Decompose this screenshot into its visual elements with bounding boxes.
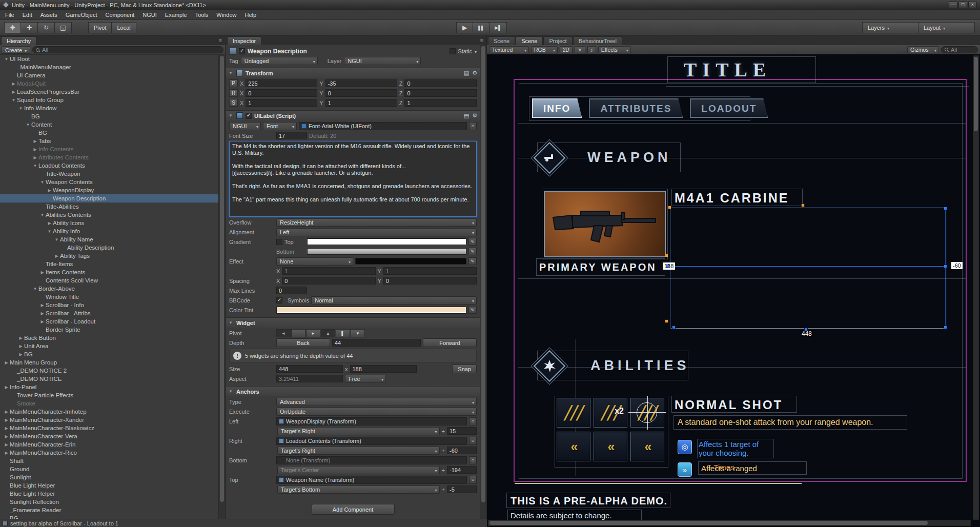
pivot-align-button[interactable]: ▲	[321, 329, 335, 337]
x-field[interactable]: 1	[246, 99, 317, 107]
scene-search-input[interactable]: All	[941, 46, 978, 53]
maximize-button[interactable]: □	[958, 2, 967, 8]
pivot-toggle[interactable]: Pivot	[88, 22, 112, 33]
axis-button[interactable]: R	[229, 89, 238, 97]
depth-forward-button[interactable]: Forward	[423, 338, 477, 347]
expand-arrow-icon[interactable]	[46, 188, 53, 193]
hierarchy-item[interactable]: BG	[0, 112, 218, 120]
hierarchy-item[interactable]: _MainMenuManager	[0, 63, 218, 71]
ability-icon[interactable]: «	[630, 432, 664, 461]
editor-tab[interactable]: Scene	[488, 36, 515, 45]
expand-arrow-icon[interactable]	[46, 229, 53, 234]
hierarchy-item[interactable]: MainMenuCharacter-Xander	[0, 416, 218, 424]
spacing-y-field[interactable]: 0	[383, 277, 477, 285]
hierarchy-item[interactable]: Info-Panel	[0, 383, 218, 391]
max-lines-field[interactable]: 0	[276, 287, 307, 294]
aspect-mode-dropdown[interactable]: Free	[345, 375, 386, 383]
effects-dropdown[interactable]: Effects	[598, 46, 631, 53]
scene-vertical-scrollbar[interactable]	[973, 55, 979, 520]
expand-arrow-icon[interactable]	[32, 164, 38, 168]
font-mode-dropdown[interactable]: Font	[263, 122, 297, 130]
hierarchy-item[interactable]: BG	[0, 129, 218, 137]
gear-icon[interactable]: ⚙	[472, 70, 477, 76]
hierarchy-item[interactable]: Contents Scoll View	[0, 276, 218, 285]
help-icon[interactable]: ▤	[464, 70, 469, 76]
expand-arrow-icon[interactable]	[10, 90, 17, 94]
hierarchy-item[interactable]: UI Camera	[0, 71, 218, 79]
overflow-dropdown[interactable]: ResizeHeight	[276, 218, 477, 227]
play-button[interactable]: ▶	[456, 22, 473, 33]
effect-y-field[interactable]: 1	[383, 267, 477, 275]
tab-hierarchy[interactable]: Hierarchy	[1, 36, 36, 45]
anchor-handle[interactable]	[801, 204, 805, 207]
y-field[interactable]: 0	[325, 89, 397, 97]
layer-dropdown[interactable]: NGUI	[344, 57, 421, 65]
anchor-target-field[interactable]: Weapon Name (Transform)	[276, 476, 467, 484]
axis-button[interactable]: P	[229, 79, 238, 87]
pause-button[interactable]: ▌▌	[473, 22, 490, 33]
hierarchy-item[interactable]: MainMenuCharacter-Imhotep	[0, 408, 218, 416]
y-field[interactable]: 1	[325, 99, 397, 107]
resize-handle[interactable]	[944, 207, 947, 210]
anchor-offset-field[interactable]: -194	[447, 466, 477, 474]
anchor-type-dropdown[interactable]: Advanced	[276, 398, 477, 406]
expand-arrow-icon[interactable]	[3, 410, 10, 414]
editor-tab[interactable]: Project	[543, 36, 572, 45]
hierarchy-item[interactable]: MainMenuCharacter-Vera	[0, 432, 218, 440]
foldout-icon[interactable]: ▼	[229, 320, 234, 325]
gradient-top-color[interactable]	[307, 238, 466, 245]
expand-arrow-icon[interactable]	[3, 434, 10, 439]
widget-header[interactable]: ▼ Widget	[226, 318, 480, 328]
hierarchy-item[interactable]: Items Contents	[0, 268, 218, 276]
gradient-bottom-color[interactable]	[307, 248, 466, 255]
gizmos-dropdown[interactable]: Gizmos	[907, 46, 939, 53]
pivot-align-button[interactable]: ▼	[351, 329, 365, 337]
expand-arrow-icon[interactable]	[32, 155, 38, 160]
anchor-offset-field[interactable]: 15	[447, 427, 477, 435]
tool-button[interactable]: ✚	[21, 22, 38, 33]
hierarchy-item[interactable]: MainMenuCharacter-Erin	[0, 440, 218, 449]
anchors-header[interactable]: ▼ Anchors	[226, 387, 480, 396]
foldout-icon[interactable]: ▼	[229, 113, 234, 118]
expand-arrow-icon[interactable]	[39, 180, 46, 185]
resize-handle[interactable]	[666, 265, 669, 268]
hierarchy-item[interactable]: Attributes Contents	[0, 153, 218, 161]
close-button[interactable]: ×	[968, 2, 977, 8]
hierarchy-item[interactable]: Unit Area	[0, 342, 218, 350]
expand-arrow-icon[interactable]	[25, 123, 31, 127]
hierarchy-item[interactable]: Tabs	[0, 137, 218, 145]
eyedropper-icon[interactable]: ✎	[468, 248, 477, 255]
hierarchy-item[interactable]: Ability Name	[0, 235, 218, 244]
gear-icon[interactable]: ⚙	[472, 112, 477, 119]
create-dropdown[interactable]: Create	[2, 46, 30, 54]
expand-arrow-icon[interactable]	[46, 221, 53, 226]
color-tint-swatch[interactable]	[276, 307, 466, 314]
label-text-area[interactable]: The M4 is the shorter and lighter versio…	[229, 141, 477, 217]
expand-arrow-icon[interactable]	[10, 98, 17, 103]
tool-button[interactable]: ↻	[38, 22, 55, 33]
render-mode-dropdown[interactable]: Textured	[489, 46, 529, 53]
tool-button[interactable]: ◱	[55, 22, 72, 33]
hierarchy-item[interactable]: Smoke	[0, 399, 218, 408]
effect-x-field[interactable]: 1	[282, 267, 375, 275]
resize-handle[interactable]	[672, 326, 676, 329]
editor-tab[interactable]: BehaviourTreel	[573, 36, 622, 45]
x-field[interactable]: 225	[246, 79, 317, 87]
hierarchy-item[interactable]: Ability Icons	[0, 219, 218, 227]
pivot-align-button[interactable]: ◄	[276, 329, 291, 337]
object-picker-icon[interactable]: ○	[469, 476, 477, 484]
hierarchy-item[interactable]: LoadSceneProgressBar	[0, 88, 218, 96]
expand-arrow-icon[interactable]	[3, 451, 10, 455]
aspect-field[interactable]: 3.29411	[276, 375, 343, 382]
hierarchy-scrollbar[interactable]	[218, 55, 225, 519]
panel-menu-icon[interactable]: ≡	[216, 36, 225, 45]
static-dropdown[interactable]: Static	[458, 48, 477, 54]
expand-arrow-icon[interactable]	[10, 82, 17, 86]
hierarchy-item[interactable]: MainMenuCharacter-Rico	[0, 449, 218, 457]
2d-toggle[interactable]: 2D	[560, 46, 573, 53]
expand-arrow-icon[interactable]	[3, 385, 10, 390]
expand-arrow-icon[interactable]	[39, 270, 46, 275]
ability-icon[interactable]: ╱╱╱ x2	[594, 398, 627, 428]
enabled-checkbox[interactable]	[246, 113, 252, 119]
menu-item[interactable]: NGUI	[138, 10, 161, 19]
